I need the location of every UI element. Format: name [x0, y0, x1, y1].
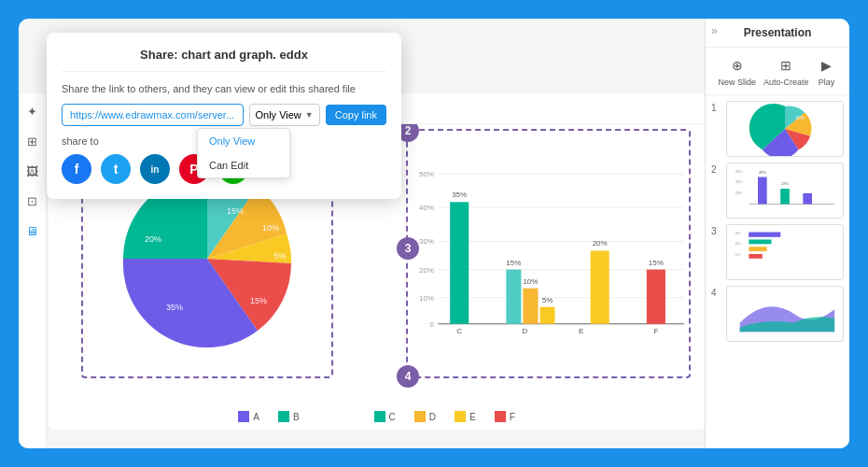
auto-create-tool[interactable]: ⊞ Auto-Create: [763, 55, 809, 87]
bar-chart-badge-3: 3: [397, 237, 419, 260]
play-icon: ▶: [817, 55, 837, 76]
svg-text:5%: 5%: [273, 251, 286, 261]
svg-text:5%: 5%: [735, 253, 741, 257]
sidebar-icon-image[interactable]: 🖼: [22, 161, 43, 181]
slide-item-1[interactable]: 1 20%: [711, 101, 844, 157]
svg-rect-43: [803, 193, 812, 205]
legend-label-b: B: [293, 412, 300, 422]
svg-rect-28: [647, 270, 665, 324]
legend-color-a: [238, 411, 249, 422]
svg-text:15%: 15%: [250, 296, 267, 305]
svg-text:15%: 15%: [649, 259, 664, 267]
legend-item-e: E: [455, 411, 476, 422]
permission-dropdown-menu: Only View Can Edit: [197, 128, 290, 178]
legend-label-a: A: [253, 412, 259, 422]
social-linkedin-icon[interactable]: in: [140, 154, 170, 184]
svg-rect-49: [749, 239, 771, 244]
svg-rect-51: [749, 254, 763, 259]
new-slide-label: New Slide: [718, 78, 756, 87]
share-dialog-title: Share: chart and graph. eddx: [62, 48, 386, 72]
legend-color-e: [455, 411, 466, 422]
slide-thumbnail-2: 40% 30% 20% 40% 22%: [726, 163, 844, 219]
legend-item-c: C: [374, 411, 396, 422]
svg-text:30%: 30%: [735, 180, 743, 184]
svg-text:40%: 40%: [419, 204, 434, 212]
bar-chart-container[interactable]: 2 3 4 50% 40% 30% 20% 10% 0: [406, 129, 691, 378]
svg-rect-18: [450, 202, 469, 323]
svg-text:20%: 20%: [796, 116, 805, 120]
legend-label-d: D: [429, 412, 436, 422]
svg-text:5%: 5%: [542, 296, 553, 304]
right-panel-tools: ⊕ New Slide ⊞ Auto-Create ▶ Play: [706, 48, 849, 95]
svg-rect-20: [506, 270, 521, 324]
sidebar-icon-resize[interactable]: ⊡: [22, 191, 43, 211]
social-twitter-icon[interactable]: t: [101, 154, 131, 184]
new-slide-tool[interactable]: ⊕ New Slide: [718, 55, 756, 87]
sidebar-icon-cursor[interactable]: ✦: [22, 101, 43, 121]
share-dialog: Share: chart and graph. eddx Share the l…: [47, 33, 401, 199]
dropdown-arrow-icon: ▼: [305, 110, 314, 120]
svg-text:20%: 20%: [419, 266, 434, 275]
svg-text:40%: 40%: [735, 170, 743, 174]
svg-text:35%: 35%: [452, 191, 467, 199]
permission-label: Only View: [256, 109, 301, 120]
sidebar-icon-grid[interactable]: ⊞: [22, 131, 43, 151]
svg-rect-26: [591, 250, 609, 323]
menu-item-only-view[interactable]: Only View: [198, 129, 289, 153]
slide-number-1: 1: [711, 103, 721, 113]
slide-thumbnail-4: [726, 286, 844, 342]
share-link-input[interactable]: [62, 104, 244, 126]
main-area: ✦ ⊞ 🖼 ⊡ 🖥 T ↗ ↷ ◯ ⊞ △ A ◎ ⊡ ✏ 🔍 ⊡ ✎: [19, 19, 849, 448]
svg-text:E: E: [579, 327, 583, 335]
svg-rect-39: [758, 177, 767, 205]
copy-link-button[interactable]: Copy link: [326, 105, 386, 125]
svg-rect-22: [539, 307, 554, 324]
svg-text:22%: 22%: [781, 182, 789, 186]
svg-text:20%: 20%: [145, 234, 161, 244]
slide-thumbnail-3: 9% 6% 5%: [726, 224, 844, 280]
svg-text:20%: 20%: [735, 191, 743, 195]
svg-text:20%: 20%: [593, 239, 608, 248]
legend-label-e: E: [469, 412, 476, 422]
bar-chart-svg: 50% 40% 30% 20% 10% 0 35%: [408, 131, 689, 376]
svg-text:6%: 6%: [735, 242, 741, 246]
svg-text:10%: 10%: [419, 294, 434, 303]
svg-text:10%: 10%: [262, 223, 279, 233]
slide-number-4: 4: [711, 288, 721, 298]
legend-item-f: F: [495, 411, 515, 422]
svg-text:15%: 15%: [227, 206, 244, 216]
legend-color-d: [414, 411, 426, 422]
slide-item-3[interactable]: 3 9% 6% 5%: [711, 224, 844, 280]
slide-list: 1 20% 2: [706, 95, 849, 448]
play-tool[interactable]: ▶ Play: [817, 55, 837, 87]
svg-rect-41: [780, 189, 790, 204]
new-slide-icon: ⊕: [727, 55, 748, 76]
auto-create-icon: ⊞: [776, 55, 796, 76]
bar-chart-badge-4: 4: [397, 365, 419, 388]
svg-text:9%: 9%: [735, 232, 741, 235]
slide-item-2[interactable]: 2 40% 30% 20% 40% 22%: [711, 163, 844, 219]
legend-color-f: [495, 411, 506, 422]
sidebar-icon-screen[interactable]: 🖥: [22, 220, 43, 241]
share-description: Share the link to others, and they can v…: [62, 83, 386, 94]
svg-text:F: F: [653, 327, 658, 335]
svg-rect-48: [749, 233, 780, 237]
svg-text:D: D: [523, 327, 528, 335]
legend-area: A B C D E: [49, 411, 705, 422]
svg-text:15%: 15%: [506, 259, 521, 267]
svg-text:50%: 50%: [419, 170, 434, 178]
svg-rect-50: [749, 247, 766, 251]
svg-text:10%: 10%: [523, 277, 538, 286]
right-panel-header: Presentation: [706, 19, 849, 48]
social-facebook-icon[interactable]: f: [62, 154, 91, 184]
slide-item-4[interactable]: 4: [711, 286, 844, 342]
legend-item-d: D: [414, 411, 436, 422]
menu-item-can-edit[interactable]: Can Edit: [198, 153, 289, 177]
legend-label-f: F: [510, 412, 515, 422]
legend-color-b: [278, 411, 289, 422]
share-permission-dropdown[interactable]: Only View ▼: [249, 104, 320, 126]
share-link-row: Only View ▼ Copy link Only View Can Edit: [62, 104, 386, 126]
auto-create-label: Auto-Create: [763, 78, 809, 87]
expand-icon[interactable]: »: [711, 24, 718, 37]
play-label: Play: [819, 78, 835, 87]
